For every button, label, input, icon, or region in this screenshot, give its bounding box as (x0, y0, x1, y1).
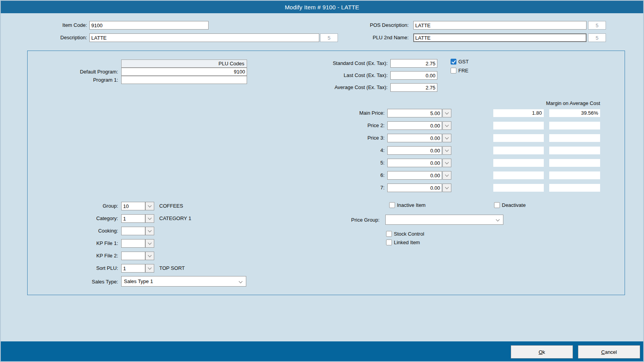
group-name-text: COFFEES (159, 202, 276, 210)
group-dropdown-button[interactable] (145, 202, 154, 210)
deactivate-option: Deactivate (494, 202, 526, 208)
margin-amount-field[interactable]: 1.80 (493, 109, 544, 117)
average-cost-label: Average Cost (Ex. Tax): (273, 83, 388, 92)
chevron-down-icon (445, 111, 449, 115)
stock-control-checkbox[interactable] (386, 231, 392, 237)
deactivate-label: Deactivate (502, 202, 526, 208)
linked-item-checkbox[interactable] (386, 240, 392, 245)
average-cost-field[interactable] (390, 83, 437, 92)
kp-file-1-label: KP File 1: (40, 239, 118, 248)
program-1-field[interactable] (121, 76, 247, 84)
inactive-item-label: Inactive Item (397, 202, 426, 208)
fre-checkbox[interactable] (451, 68, 456, 73)
margin-amount-field[interactable] (493, 171, 544, 179)
modify-item-dialog: Modify Item # 9100 - LATTE Item Code: PO… (0, 0, 644, 362)
deactivate-checkbox[interactable] (494, 202, 500, 208)
category-label: Category: (40, 214, 118, 223)
dialog-title: Modify Item # 9100 - LATTE (285, 4, 359, 10)
price-2-field[interactable] (387, 121, 442, 130)
kp-file-1-dropdown-button[interactable] (145, 239, 154, 248)
fre-label: FRE (458, 68, 468, 73)
margin-percent-field[interactable] (549, 147, 600, 154)
sort-plu-name-text: TOP SORT (159, 264, 276, 273)
title-bar[interactable]: Modify Item # 9100 - LATTE (1, 1, 643, 13)
default-program-field[interactable] (121, 68, 247, 76)
main-price-dropdown-button[interactable] (442, 109, 451, 117)
price-2-dropdown-button[interactable] (442, 121, 451, 130)
category-field[interactable] (121, 214, 145, 223)
last-cost-label: Last Cost (Ex. Tax): (273, 71, 388, 80)
ok-button[interactable]: Ok (511, 345, 573, 359)
price-7-dropdown-button[interactable] (442, 184, 451, 192)
inactive-item-option: Inactive Item (389, 202, 426, 208)
price-4-dropdown-button[interactable] (442, 146, 451, 155)
margin-amount-field[interactable] (493, 184, 544, 192)
margin-amount-field[interactable] (493, 122, 544, 129)
default-program-label: Default Program: (36, 68, 118, 76)
sales-type-dropdown[interactable]: Sales Type 1 (121, 276, 246, 287)
plu-2nd-name-length-box: 5 (588, 33, 606, 42)
kp-file-2-field[interactable] (121, 252, 145, 260)
price-4-field[interactable] (387, 146, 442, 155)
chevron-down-icon (148, 229, 151, 233)
sort-plu-field[interactable] (121, 264, 145, 273)
kp-file-2-dropdown-button[interactable] (145, 252, 154, 260)
margin-amount-field[interactable] (493, 159, 544, 167)
kp-file-1-field[interactable] (121, 239, 145, 248)
margin-amount-field[interactable] (493, 147, 544, 154)
chevron-down-icon (445, 185, 449, 189)
item-code-field[interactable] (89, 21, 209, 30)
cooking-dropdown-button[interactable] (145, 227, 154, 235)
price-3-field[interactable] (387, 134, 442, 142)
chevron-down-icon (445, 173, 449, 177)
chevron-down-icon (496, 218, 500, 222)
sales-type-label: Sales Type: (40, 277, 118, 287)
pos-description-label: POS Description: (331, 21, 409, 30)
sales-type-value: Sales Type 1 (124, 278, 153, 284)
main-price-field[interactable] (387, 109, 442, 117)
standard-cost-field[interactable] (390, 59, 437, 68)
price-5-dropdown-button[interactable] (442, 159, 451, 167)
item-code-label: Item Code: (24, 21, 87, 30)
price-3-dropdown-button[interactable] (442, 134, 451, 142)
price-group-dropdown[interactable] (385, 215, 503, 225)
margin-on-average-cost-header: Margin on Average Cost (484, 100, 600, 107)
margin-percent-field[interactable]: 39.56% (549, 109, 600, 117)
price-7-field[interactable] (387, 184, 442, 192)
price-group-label: Price Group: (302, 215, 379, 225)
price-6-label: 6: (307, 171, 385, 180)
plu-2nd-name-field[interactable] (413, 33, 587, 42)
stock-control-label: Stock Control (394, 231, 424, 237)
standard-cost-label: Standard Cost (Ex. Tax): (273, 59, 388, 68)
cooking-label: Cooking: (40, 227, 118, 235)
inactive-item-checkbox[interactable] (389, 202, 395, 208)
chevron-down-icon (148, 266, 151, 270)
kp-file-2-label: KP File 2: (40, 252, 118, 260)
sort-plu-dropdown-button[interactable] (145, 264, 154, 273)
price-3-label: Price 3: (307, 134, 385, 142)
cooking-field[interactable] (121, 227, 145, 235)
margin-percent-field[interactable] (549, 159, 600, 167)
pos-description-length-box: 5 (588, 21, 606, 30)
chevron-down-icon (148, 254, 151, 257)
margin-percent-field[interactable] (549, 171, 600, 179)
description-field[interactable] (89, 33, 319, 42)
chevron-down-icon (445, 161, 449, 164)
price-6-dropdown-button[interactable] (442, 171, 451, 180)
main-price-label: Main Price: (307, 109, 385, 117)
last-cost-field[interactable] (390, 71, 437, 80)
margin-percent-field[interactable] (549, 134, 600, 142)
program-1-label: Program 1: (36, 76, 118, 84)
category-dropdown-button[interactable] (145, 214, 154, 223)
price-5-field[interactable] (387, 159, 442, 167)
cancel-button[interactable]: Cancel (578, 345, 640, 359)
margin-amount-field[interactable] (493, 134, 544, 142)
group-field[interactable] (121, 202, 145, 210)
margin-percent-field[interactable] (549, 184, 600, 192)
gst-checkbox[interactable] (451, 59, 456, 65)
price-6-field[interactable] (387, 171, 442, 180)
pos-description-field[interactable] (413, 21, 587, 30)
fre-option: FRE (451, 68, 468, 73)
chevron-down-icon (445, 148, 449, 152)
margin-percent-field[interactable] (549, 122, 600, 129)
